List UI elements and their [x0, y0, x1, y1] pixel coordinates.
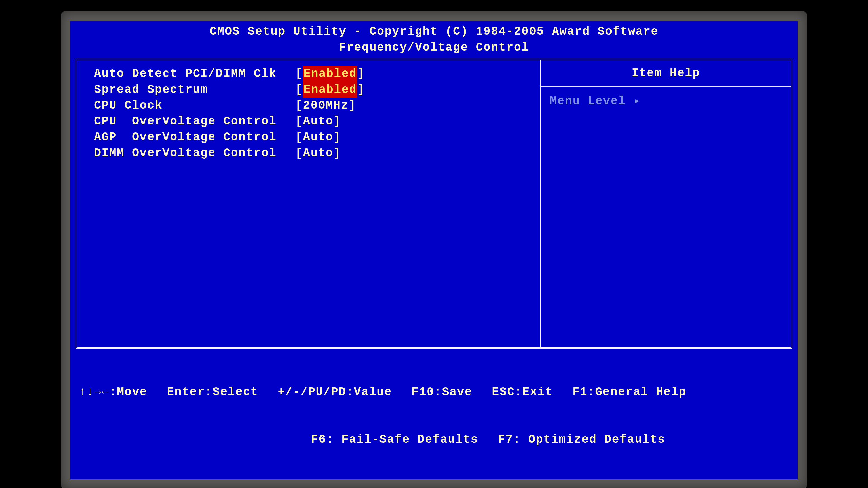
setting-label: CPU OverVoltage Control [94, 113, 295, 129]
hint-general-help: F1:General Help [572, 384, 686, 400]
setting-dimm-overvoltage[interactable]: DIMM OverVoltage Control [Auto] [94, 145, 532, 161]
bracket-open: [ [295, 98, 303, 114]
bracket-close: ] [333, 145, 341, 161]
hint-failsafe: F6: Fail-Safe Defaults [311, 432, 478, 448]
bracket-open: [ [295, 129, 303, 145]
menu-level-label: Menu Level [550, 95, 626, 108]
monitor-bezel: CMOS Setup Utility - Copyright (C) 1984-… [61, 11, 807, 488]
bracket-close: ] [358, 66, 365, 82]
menu-level-arrow-icon: ▸ [633, 95, 641, 108]
title-line1: CMOS Setup Utility - Copyright (C) 1984-… [70, 24, 798, 40]
hint-optimized: F7: Optimized Defaults [498, 432, 665, 448]
bracket-close: ] [333, 129, 341, 145]
settings-pane: Auto Detect PCI/DIMM Clk [Enabled] Sprea… [77, 60, 541, 347]
bios-screen: CMOS Setup Utility - Copyright (C) 1984-… [70, 21, 798, 479]
setting-value: Auto [303, 145, 333, 161]
hint-select: Enter:Select [167, 384, 258, 400]
bracket-open: [ [295, 82, 303, 98]
bracket-open: [ [295, 113, 303, 129]
bracket-close: ] [358, 82, 365, 98]
hint-move: ↑↓→←:Move [79, 384, 147, 400]
bracket-close: ] [348, 98, 356, 114]
setting-label: DIMM OverVoltage Control [94, 145, 295, 161]
setting-value: Auto [303, 129, 333, 145]
bracket-open: [ [295, 145, 303, 161]
setting-label: Auto Detect PCI/DIMM Clk [94, 66, 295, 82]
title-block: CMOS Setup Utility - Copyright (C) 1984-… [70, 21, 798, 59]
setting-label: AGP OverVoltage Control [94, 129, 295, 145]
hint-value: +/-/PU/PD:Value [278, 384, 392, 400]
bracket-close: ] [333, 113, 341, 129]
setting-auto-detect-pci-dimm-clk[interactable]: Auto Detect PCI/DIMM Clk [Enabled] [94, 66, 532, 82]
hint-save: F10:Save [411, 384, 472, 400]
footer-hints: ↑↓→←:Move Enter:Select +/-/PU/PD:Value F… [70, 349, 798, 480]
help-body: Menu Level ▸ [541, 87, 791, 116]
setting-agp-overvoltage[interactable]: AGP OverVoltage Control [Auto] [94, 129, 532, 145]
help-title: Item Help [541, 60, 791, 87]
setting-label: CPU Clock [94, 98, 295, 114]
setting-value: Auto [303, 113, 333, 129]
setting-cpu-clock[interactable]: CPU Clock [200MHz] [94, 98, 532, 114]
setting-value: Enabled [303, 66, 357, 82]
bracket-open: [ [295, 66, 303, 82]
hint-exit: ESC:Exit [492, 384, 553, 400]
setting-value: 200MHz [303, 98, 348, 114]
setting-spread-spectrum[interactable]: Spread Spectrum [Enabled] [94, 82, 532, 98]
setting-label: Spread Spectrum [94, 82, 295, 98]
help-pane: Item Help Menu Level ▸ [541, 60, 791, 347]
title-line2: Frequency/Voltage Control [70, 40, 798, 56]
content-frame: Auto Detect PCI/DIMM Clk [Enabled] Sprea… [75, 59, 793, 349]
setting-value: Enabled [303, 82, 357, 98]
setting-cpu-overvoltage[interactable]: CPU OverVoltage Control [Auto] [94, 113, 532, 129]
